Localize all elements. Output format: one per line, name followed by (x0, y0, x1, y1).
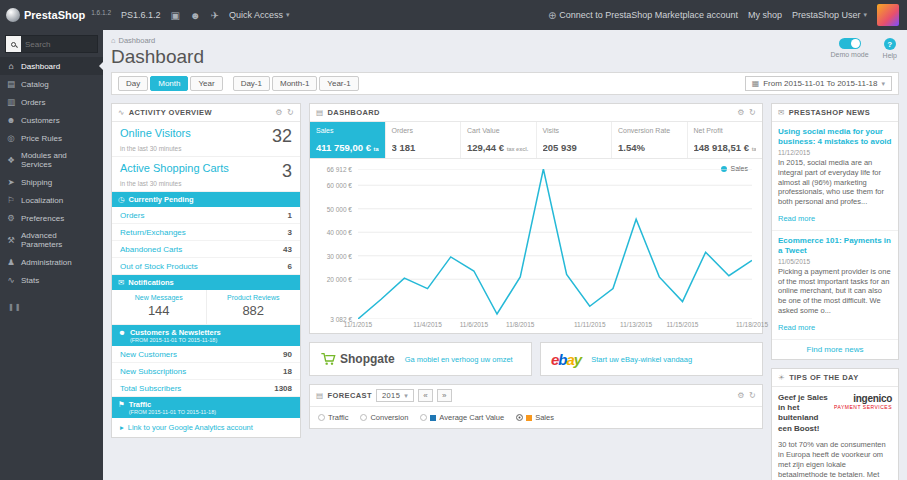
kpi-sales[interactable]: Sales 411 759,00 € tax excl. (310, 122, 386, 158)
filter-day-1-button[interactable]: Day-1 (233, 76, 270, 91)
y-tick-label: 20 000 € (327, 276, 352, 283)
abandoned-carts-link[interactable]: Abandoned Carts (120, 245, 182, 254)
forecast-next-button[interactable]: » (437, 389, 452, 402)
news-item-title[interactable]: Ecommerce 101: Payments in a Tweet (778, 236, 892, 256)
new-customers-link[interactable]: New Customers (120, 350, 177, 359)
forecast-option-sales[interactable]: Sales (516, 413, 554, 422)
help-control[interactable]: ? Help (883, 38, 897, 59)
active-carts-block[interactable]: Active Shopping Carts 3 in the last 30 m… (112, 157, 300, 192)
catalog-icon: ▤ (6, 79, 16, 89)
sidebar-item-customers[interactable]: ☻ Customers (0, 111, 103, 129)
body-row: ⌂ Dashboard ▤ Catalog ▥ Orders ☻ Custome… (0, 30, 907, 480)
read-more-link[interactable]: Read more (778, 214, 815, 223)
news-item-title[interactable]: Using social media for your business: 4 … (778, 127, 892, 147)
search-input[interactable] (21, 40, 97, 49)
radio-icon (318, 414, 325, 421)
customers-icon[interactable]: ☻ (190, 10, 201, 21)
shop-name-menu[interactable]: PS1.6.1.2 (121, 10, 161, 20)
prestashop-logo[interactable]: PrestaShop 1.6.1.2 (6, 8, 111, 22)
new-messages-cell[interactable]: New Messages 144 (112, 290, 206, 324)
ebay-letter: y (574, 351, 581, 368)
sidebar-nav: ⌂ Dashboard ▤ Catalog ▥ Orders ☻ Custome… (0, 57, 103, 289)
sidebar-item-administration[interactable]: ♟ Administration (0, 253, 103, 271)
online-visitors-block[interactable]: Online Visitors 32 in the last 30 minute… (112, 122, 300, 157)
sidebar-item-stats[interactable]: ∿ Stats (0, 271, 103, 289)
y-tick-label: 30 000 € (327, 252, 352, 259)
refresh-icon[interactable]: ↻ (287, 108, 294, 117)
x-tick-label: 11/6/2015 (460, 321, 488, 328)
sales-chart-area: Sales 66 912 €60 000 €50 000 €40 000 €30… (310, 159, 762, 333)
filter-year-1-button[interactable]: Year-1 (319, 76, 358, 91)
shopgate-promo-link[interactable]: Ga mobiel en verhoog uw omzet (405, 355, 513, 364)
page-head: ⌂ Dashboard Dashboard Demo mode ? Help (111, 33, 899, 72)
forecast-option-average-cart-value[interactable]: Average Cart Value (420, 413, 504, 422)
cart-icon[interactable]: ▣ (171, 10, 180, 21)
out-of-stock-link[interactable]: Out of Stock Products (120, 262, 198, 271)
customers-newsletters-title: Customers & Newsletters (130, 328, 221, 337)
filter-month-1-button[interactable]: Month-1 (272, 76, 317, 91)
find-more-news-link[interactable]: Find more news (772, 340, 898, 359)
my-shop-link[interactable]: My shop (748, 10, 782, 20)
product-reviews-value: 882 (242, 303, 264, 318)
quick-access-menu[interactable]: Quick Access ▾ (229, 10, 290, 20)
news-item-date: 11/12/2015 (778, 149, 892, 156)
gear-icon[interactable]: ⚙ (275, 108, 283, 117)
ebay-promo-link[interactable]: Start uw eBay-winkel vandaag (591, 355, 692, 364)
read-more-link[interactable]: Read more (778, 323, 815, 332)
total-subscribers-link[interactable]: Total Subscribers (120, 384, 181, 393)
search-button[interactable] (6, 36, 21, 52)
forecast-year-select[interactable]: 2015 ▾ (376, 389, 414, 402)
messages-icon[interactable]: ✈ (211, 10, 219, 21)
forecast-metric-options: Traffic Conversion Average Cart Value (310, 407, 762, 428)
chevron-down-icon: ▾ (863, 11, 867, 19)
sidebar-item-price-rules[interactable]: ◎ Price Rules (0, 129, 103, 147)
pending-row-out-of-stock: Out of Stock Products 6 (112, 258, 300, 275)
new-subscriptions-link[interactable]: New Subscriptions (120, 367, 186, 376)
forecast-option-traffic[interactable]: Traffic (318, 413, 348, 422)
user-menu[interactable]: PrestaShop User ▾ (792, 10, 867, 20)
kpi-visits[interactable]: Visits 205 939 (537, 122, 613, 158)
sidebar-item-label: Price Rules (21, 134, 62, 143)
y-tick-label: 40 000 € (327, 229, 352, 236)
forecast-prev-button[interactable]: « (418, 389, 433, 402)
demo-mode-toggle[interactable] (839, 38, 861, 49)
sidebar-item-modules[interactable]: ❖ Modules and Services (0, 147, 103, 173)
gear-icon[interactable]: ⚙ (737, 391, 745, 400)
sidebar-item-dashboard[interactable]: ⌂ Dashboard (0, 57, 103, 75)
marketplace-link[interactable]: ⊕ Connect to PrestaShop Marketplace acco… (548, 10, 738, 21)
filter-year-button[interactable]: Year (190, 76, 222, 91)
product-reviews-cell[interactable]: Product Reviews 882 (206, 290, 301, 324)
forecast-option-conversion[interactable]: Conversion (360, 413, 408, 422)
pending-orders-link[interactable]: Orders (120, 211, 144, 220)
gear-icon[interactable]: ⚙ (737, 108, 745, 117)
kpi-cart-value[interactable]: Cart Value 129,44 € tax excl. (461, 122, 537, 158)
user-avatar[interactable] (877, 4, 899, 26)
refresh-icon[interactable]: ↻ (749, 108, 756, 117)
sidebar-item-preferences[interactable]: ⚙ Preferences (0, 209, 103, 227)
refresh-icon[interactable]: ↻ (749, 391, 756, 400)
sidebar-item-catalog[interactable]: ▤ Catalog (0, 75, 103, 93)
sidebar-item-advanced-parameters[interactable]: ⚒ Advanced Parameters (0, 227, 103, 253)
pending-returns-link[interactable]: Return/Exchanges (120, 228, 186, 237)
sidebar-item-shipping[interactable]: ➤ Shipping (0, 173, 103, 191)
customers-newsletters-header: ☻ Customers & Newsletters (FROM 2015-11-… (112, 325, 300, 346)
home-icon: ⌂ (6, 61, 16, 71)
marketplace-label: Connect to PrestaShop Marketplace accoun… (559, 10, 738, 20)
chevron-down-icon: ▾ (881, 80, 885, 88)
google-analytics-link[interactable]: ▸ Link to your Google Analytics account (112, 418, 300, 437)
customers-icon: ☻ (6, 115, 16, 125)
demo-mode-control[interactable]: Demo mode (830, 38, 868, 59)
news-item-excerpt: In 2015, social media are an integral pa… (778, 158, 892, 207)
filter-day-button[interactable]: Day (118, 76, 148, 91)
kpi-orders[interactable]: Orders 3 181 (386, 122, 462, 158)
ebay-letter: b (558, 351, 566, 368)
kpi-net-profit[interactable]: Net Profit 148 918,51 € tax excl. (688, 122, 763, 158)
user-menu-label: PrestaShop User (792, 10, 861, 20)
kpi-conversion-rate[interactable]: Conversion Rate 1.54% (612, 122, 688, 158)
filter-month-button[interactable]: Month (150, 76, 188, 91)
sidebar-collapse-button[interactable]: ❚❚ (0, 299, 103, 315)
date-range-picker[interactable]: ▦ From 2015-11-01 To 2015-11-18 ▾ (745, 76, 892, 91)
sidebar-item-localization[interactable]: ⚐ Localization (0, 191, 103, 209)
sidebar-item-orders[interactable]: ▥ Orders (0, 93, 103, 111)
y-tick-label: 60 000 € (327, 182, 352, 189)
